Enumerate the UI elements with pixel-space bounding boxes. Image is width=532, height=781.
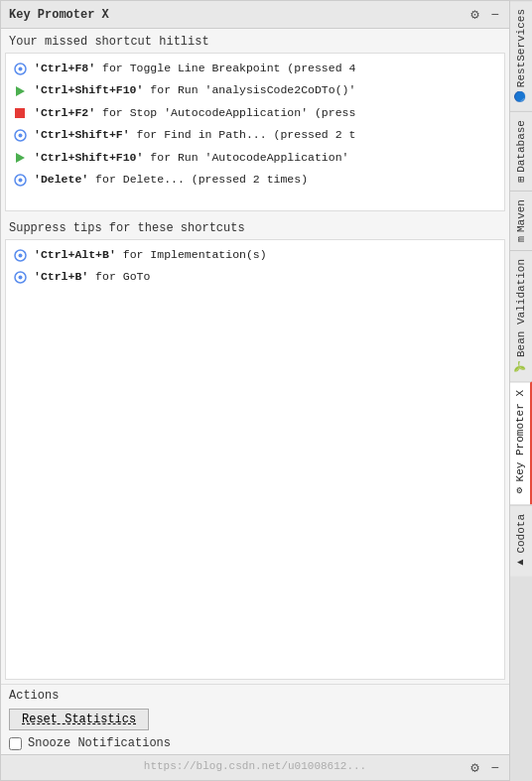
sidebar-tab-bean-validation[interactable]: 🌱 Bean Validation	[510, 250, 532, 381]
missed-shortcut-item: 'Ctrl+Shift+F10' for Run 'AutocodeApplic…	[6, 147, 504, 169]
bottom-minimize-icon[interactable]: −	[489, 758, 501, 778]
svg-marker-2	[16, 86, 25, 96]
snooze-checkbox[interactable]	[9, 737, 22, 750]
header-icons: ⚙ −	[468, 4, 501, 25]
maven-icon: m	[516, 236, 527, 242]
gear-blue-icon	[12, 127, 28, 143]
shortcut-text: 'Ctrl+Alt+B' for Implementation(s)	[34, 246, 267, 264]
database-icon: ⊞	[516, 177, 527, 183]
suppress-shortcut-item: 'Ctrl+Alt+B' for Implementation(s)	[6, 244, 504, 266]
svg-point-10	[18, 253, 22, 257]
sidebar-tab-database[interactable]: ⊞ Database	[510, 111, 532, 191]
suppress-shortcut-item: 'Ctrl+B' for GoTo	[6, 266, 504, 288]
minimize-icon[interactable]: −	[489, 5, 501, 25]
shortcut-text: 'Ctrl+Shift+F10' for Run 'analysisCode2C…	[34, 81, 355, 99]
shortcut-text: 'Ctrl+B' for GoTo	[34, 268, 150, 286]
missed-shortcut-item: 'Ctrl+F2' for Stop 'AutocodeApplication'…	[6, 102, 504, 124]
shortcut-text: 'Ctrl+F2' for Stop 'AutocodeApplication'…	[34, 104, 355, 122]
watermark: https://blog.csdn.net/u01008612...	[144, 760, 366, 772]
gear-blue-icon	[12, 61, 28, 76]
shortcut-text: 'Ctrl+Shift+F' for Find in Path... (pres…	[34, 126, 355, 144]
svg-rect-3	[15, 108, 25, 118]
actions-section: Actions Reset Statistics Snooze Notifica…	[1, 684, 509, 754]
codota-icon: ▶	[516, 557, 527, 568]
sidebar-tab-restservices[interactable]: 🔵 RestServices	[510, 0, 532, 111]
sidebar-tab-maven[interactable]: m Maven	[510, 191, 532, 250]
shortcut-text: 'Ctrl+Shift+F10' for Run 'AutocodeApplic…	[34, 149, 348, 167]
right-sidebar: 🔵 RestServices ⊞ Database m Maven 🌱 Bean…	[510, 0, 532, 781]
gear-blue-icon	[12, 247, 28, 263]
suppress-section-label: Suppress tips for these shortcuts	[1, 215, 509, 239]
missed-shortcut-list: 'Ctrl+F8' for Toggle Line Breakpoint (pr…	[5, 53, 505, 211]
settings-icon[interactable]: ⚙	[468, 4, 480, 25]
play-green-icon	[12, 150, 28, 166]
sidebar-tab-keypromoter-label: Key Promoter X	[514, 390, 526, 481]
suppress-shortcut-list: 'Ctrl+Alt+B' for Implementation(s) 'Ctrl…	[5, 239, 505, 680]
missed-section-label: Your missed shortcut hitlist	[1, 29, 509, 53]
stop-red-icon	[12, 105, 28, 121]
actions-label: Actions	[9, 689, 501, 703]
sidebar-tab-key-promoter[interactable]: ⚙ Key Promoter X	[510, 381, 532, 504]
snooze-label: Snooze Notifications	[28, 736, 171, 750]
shortcut-text: 'Ctrl+F8' for Toggle Line Breakpoint (pr…	[34, 60, 355, 77]
sidebar-tab-database-label: Database	[515, 120, 527, 173]
sidebar-tab-codota[interactable]: ▶ Codota	[510, 505, 532, 577]
sidebar-tab-maven-label: Maven	[515, 199, 527, 232]
missed-shortcut-item: 'Ctrl+F8' for Toggle Line Breakpoint (pr…	[6, 58, 504, 79]
restservices-icon: 🔵	[516, 91, 527, 103]
panel-title: Key Promoter X	[9, 8, 109, 22]
sidebar-tab-codota-label: Codota	[515, 514, 527, 554]
play-green-icon	[12, 83, 28, 99]
svg-point-8	[18, 178, 22, 182]
svg-point-12	[18, 276, 22, 280]
sidebar-tab-restservices-label: RestServices	[515, 9, 527, 87]
sidebar-tab-bean-label: Bean Validation	[515, 259, 527, 357]
svg-marker-6	[16, 153, 25, 163]
panel-header: Key Promoter X ⚙ −	[1, 1, 509, 29]
snooze-row: Snooze Notifications	[9, 736, 501, 750]
missed-shortcut-item: 'Delete' for Delete... (pressed 2 times)	[6, 169, 504, 191]
keypromoter-icon: ⚙	[515, 486, 526, 497]
svg-point-5	[18, 133, 22, 137]
svg-point-1	[18, 66, 22, 70]
gear-blue-icon	[12, 172, 28, 188]
bottom-gear-icon[interactable]: ⚙	[468, 757, 480, 778]
bean-icon: 🌱	[516, 361, 527, 373]
reset-statistics-button[interactable]: Reset Statistics	[9, 709, 149, 730]
missed-shortcut-item: 'Ctrl+Shift+F10' for Run 'analysisCode2C…	[6, 79, 504, 101]
missed-shortcut-item: 'Ctrl+Shift+F' for Find in Path... (pres…	[6, 124, 504, 146]
shortcut-text: 'Delete' for Delete... (pressed 2 times)	[34, 171, 308, 189]
gear-blue-icon	[12, 270, 28, 286]
